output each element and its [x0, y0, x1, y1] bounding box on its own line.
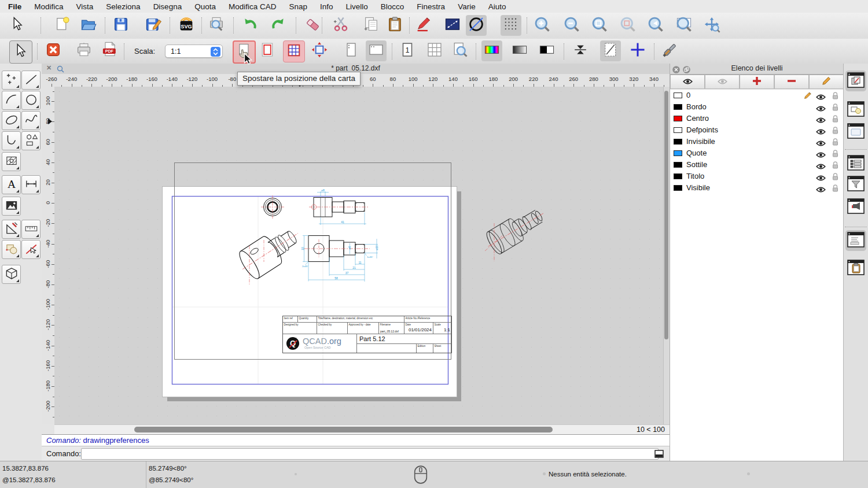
svg-export-button[interactable]: SVG [176, 15, 197, 36]
layer-color-swatch[interactable] [674, 104, 682, 110]
page-one-button[interactable]: 1 [397, 40, 418, 61]
layer-row-centro[interactable]: Centro [670, 113, 843, 124]
black-white-button[interactable] [536, 40, 557, 61]
hide-all-eye-button[interactable] [705, 75, 740, 89]
document-tab[interactable]: * part_05.12.dxf [42, 64, 670, 72]
menu-item-modifica[interactable]: Modifica [28, 2, 69, 11]
solid-box-button[interactable] [2, 265, 21, 284]
layer-color-swatch[interactable] [674, 139, 682, 145]
show-all-eye-button[interactable] [670, 75, 705, 89]
portrait-page-button[interactable] [341, 40, 362, 61]
draft-mode-button[interactable] [600, 40, 621, 61]
app-tools-button[interactable] [660, 40, 681, 61]
layer-color-swatch[interactable] [674, 150, 682, 156]
crosshair-button[interactable] [627, 40, 648, 61]
property-editor-panel-button[interactable] [845, 153, 866, 174]
measure-tool-button[interactable] [21, 220, 41, 239]
layer-color-swatch[interactable] [674, 185, 682, 191]
horizontal-scrollbar[interactable]: 10 < 100 [54, 424, 670, 434]
layer-row-0[interactable]: 0 [670, 90, 843, 101]
layer-lock-icon[interactable] [832, 184, 838, 194]
clipboard-panel-button[interactable] [845, 258, 866, 279]
cut-button[interactable] [330, 15, 351, 36]
layer-lock-icon[interactable] [832, 91, 838, 102]
add-layer-button[interactable] [740, 75, 774, 89]
menu-item-info[interactable]: Info [314, 2, 340, 11]
polyline-tool-button[interactable] [2, 131, 21, 150]
zoom-previous-button[interactable] [645, 15, 666, 36]
zoom-in-button[interactable] [532, 15, 553, 36]
grid-toggle-button[interactable] [501, 15, 521, 36]
draft-tools-button[interactable] [2, 220, 21, 239]
pdf-export-button[interactable]: PDF [100, 40, 120, 61]
menu-item-livello[interactable]: Livello [340, 2, 374, 11]
command-input[interactable] [81, 448, 659, 460]
undo-button[interactable] [240, 15, 260, 36]
full-color-button[interactable] [481, 40, 502, 61]
layer-color-swatch[interactable] [674, 116, 682, 121]
block-list-panel-button[interactable] [845, 99, 866, 120]
lineweight-button[interactable] [570, 40, 591, 61]
spline-tool-button[interactable] [21, 111, 41, 130]
pan-button[interactable] [701, 15, 722, 36]
ellipse-tool-button[interactable] [2, 111, 21, 130]
save-file-button[interactable] [111, 15, 131, 36]
draw-pencil-button[interactable] [413, 15, 434, 36]
circle-tool-button[interactable] [21, 91, 41, 110]
points-tool-button[interactable] [2, 71, 21, 90]
shapes-tool-button[interactable] [21, 131, 41, 150]
paper-borders-button[interactable] [257, 40, 278, 61]
layer-lock-icon[interactable] [832, 149, 838, 160]
auto-fit-button[interactable] [309, 40, 330, 61]
stepper-icon[interactable] [211, 47, 220, 57]
menu-item-disegna[interactable]: Disegna [147, 2, 189, 11]
layer-lock-icon[interactable] [832, 138, 838, 148]
multi-page-button[interactable] [424, 40, 445, 61]
vertical-scrollbar-thumb[interactable] [664, 91, 668, 339]
menu-item-vista[interactable]: Vista [70, 2, 100, 11]
line-draw-button[interactable] [21, 71, 41, 90]
menu-item-quota[interactable]: Quota [188, 2, 222, 11]
layer-lock-icon[interactable] [832, 126, 838, 136]
image-tool-button[interactable] [2, 197, 21, 216]
zoom-auto-button[interactable] [589, 15, 610, 36]
menu-item-modifica-cad[interactable]: Modifica CAD [222, 2, 283, 11]
library-browser-panel-button[interactable] [845, 121, 866, 142]
layer-lock-icon[interactable] [832, 103, 838, 113]
print-button[interactable] [73, 40, 94, 61]
open-file-button[interactable] [78, 15, 99, 36]
text-tool-button[interactable]: A [2, 175, 21, 194]
menu-item-snap[interactable]: Snap [282, 2, 314, 11]
line-angle-button[interactable] [442, 15, 463, 36]
grayscale-button[interactable] [509, 40, 530, 61]
selection-arrow-button[interactable] [9, 40, 32, 64]
layer-row-titolo[interactable]: Titolo [670, 171, 843, 182]
copy-button[interactable] [361, 15, 382, 36]
scale-select[interactable]: 1:1 [165, 45, 223, 58]
snap-pointer-button[interactable] [21, 240, 41, 259]
zoom-selection-button[interactable] [617, 15, 638, 36]
menu-item-seleziona[interactable]: Seleziona [100, 2, 146, 11]
layer-lock-icon[interactable] [832, 114, 838, 125]
menu-item-finestra[interactable]: Finestra [410, 2, 451, 11]
layer-row-sottile[interactable]: Sottile [670, 159, 843, 171]
layer-row-quote[interactable]: Quote [670, 147, 843, 159]
layer-row-defpoints[interactable]: Defpoints [670, 124, 843, 136]
new-file-button[interactable] [52, 15, 73, 36]
edit-layer-button[interactable] [809, 75, 844, 89]
layer-visibility-eye-icon[interactable] [816, 185, 826, 195]
layer-row-visibile[interactable]: Visibile [670, 182, 843, 194]
layer-color-swatch[interactable] [674, 162, 682, 168]
layer-color-swatch[interactable] [674, 93, 682, 98]
horizontal-scrollbar-thumb[interactable] [134, 427, 553, 432]
command-history-panel-button[interactable] [845, 230, 866, 251]
zoom-out-button[interactable] [561, 15, 582, 36]
redo-button[interactable] [268, 15, 289, 36]
modify-shapes-button[interactable] [2, 240, 21, 259]
layer-color-swatch[interactable] [674, 173, 682, 179]
landscape-page-button[interactable] [366, 40, 387, 61]
dimension-tool-button[interactable] [21, 175, 41, 194]
save-as-button[interactable] [143, 15, 164, 36]
remove-layer-button[interactable] [774, 75, 809, 89]
viewport-panel-button[interactable] [845, 197, 866, 217]
